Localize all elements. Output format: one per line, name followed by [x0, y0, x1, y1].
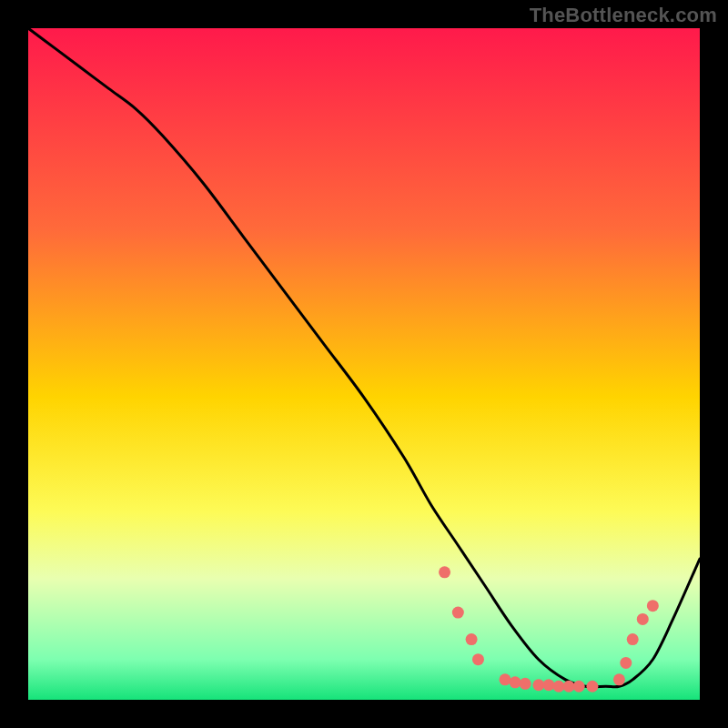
curve-marker: [563, 681, 575, 693]
curve-marker: [466, 633, 478, 645]
curve-marker: [532, 679, 544, 691]
gradient-background: [28, 28, 700, 700]
curve-marker: [452, 607, 464, 619]
curve-marker: [637, 613, 649, 625]
curve-marker: [627, 633, 639, 645]
curve-marker: [439, 566, 450, 578]
curve-marker: [613, 673, 625, 685]
curve-marker: [586, 681, 598, 693]
curve-marker: [542, 679, 554, 691]
curve-marker: [620, 657, 632, 669]
plot-area: [28, 28, 700, 700]
curve-marker: [510, 676, 521, 688]
chart-frame: TheBottleneck.com: [0, 0, 728, 728]
chart-canvas: [28, 28, 700, 700]
curve-marker: [499, 673, 511, 685]
curve-marker: [553, 681, 565, 693]
curve-marker: [647, 600, 659, 612]
curve-marker: [472, 653, 484, 665]
watermark-text: TheBottleneck.com: [530, 4, 717, 27]
curve-marker: [573, 681, 585, 693]
curve-marker: [520, 678, 531, 690]
